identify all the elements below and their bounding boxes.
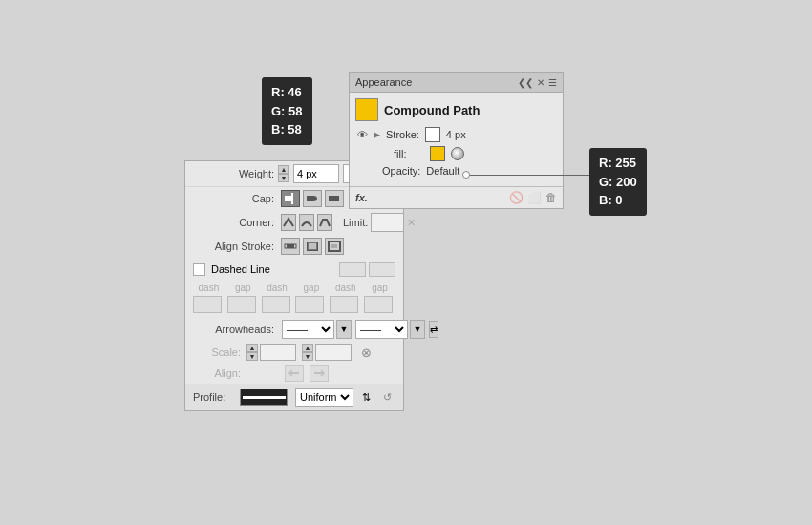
- corner-round-btn[interactable]: [299, 214, 314, 231]
- compound-path-swatch[interactable]: [355, 98, 378, 121]
- corner-row: Corner: Limit: ✕: [185, 210, 403, 235]
- profile-reset-btn[interactable]: ↺: [378, 388, 395, 406]
- profile-preview: [240, 388, 288, 406]
- delete-icon: 🗑: [545, 191, 557, 204]
- limit-input[interactable]: [371, 213, 404, 232]
- stepper-down[interactable]: ▼: [278, 174, 289, 182]
- dash-input-2[interactable]: [262, 296, 290, 313]
- svg-rect-2: [307, 196, 313, 201]
- scale1-stepper[interactable]: ▲ ▼: [246, 344, 258, 361]
- menu-icon[interactable]: ☰: [548, 77, 557, 88]
- dash-pattern-1[interactable]: [339, 262, 366, 277]
- arrowhead-end-select[interactable]: ——: [355, 320, 408, 339]
- gap-input-1[interactable]: [227, 296, 256, 313]
- expand-arrow[interactable]: ▶: [374, 130, 380, 139]
- corner-label: Corner:: [193, 217, 274, 228]
- tooltip-r: R: 46: [271, 83, 303, 102]
- svg-rect-3: [329, 196, 339, 201]
- appearance-content: Compound Path 👁 ▶ Stroke: 4 px fill: Opa…: [350, 93, 563, 186]
- dashed-checkbox[interactable]: [193, 263, 205, 276]
- stepper-up[interactable]: ▲: [278, 165, 289, 174]
- scale1-down[interactable]: ▼: [246, 352, 258, 361]
- svg-rect-8: [331, 244, 337, 248]
- tooltip-b: B: 58: [271, 120, 303, 139]
- corner-bevel-btn[interactable]: [317, 214, 332, 231]
- scale2-input[interactable]: [315, 344, 352, 361]
- color-tooltip-yellow: R: 255 G: 200 B: 0: [589, 148, 647, 216]
- scale1-up[interactable]: ▲: [246, 344, 258, 352]
- dash-pattern-2[interactable]: [369, 262, 395, 277]
- duplicate-icon: ⬜: [527, 191, 542, 204]
- arrowhead-swap-btn[interactable]: ⇄: [429, 321, 438, 338]
- svg-rect-5: [287, 244, 294, 248]
- gap-label-2: gap: [295, 283, 327, 293]
- align-outside-btn[interactable]: [325, 238, 344, 255]
- tooltip-b-yellow: B: 0: [599, 191, 637, 210]
- dashed-line-row: Dashed Line: [185, 258, 403, 281]
- dash-input-1[interactable]: [193, 296, 222, 313]
- profile-select[interactable]: Uniform: [295, 388, 353, 407]
- appearance-panel: Appearance ❮❮ ✕ ☰ Compound Path 👁 ▶ Stro…: [349, 72, 564, 209]
- arrowhead-start-select[interactable]: ——: [282, 320, 334, 339]
- align-stroke-label: Align Stroke:: [193, 241, 274, 252]
- corner-miter-btn[interactable]: [281, 214, 296, 231]
- connector-dot: [462, 171, 470, 178]
- svg-rect-0: [285, 196, 292, 201]
- dash-input-3[interactable]: [330, 296, 358, 313]
- weight-stepper[interactable]: ▲ ▼: [278, 165, 289, 182]
- align-arrow-right-btn[interactable]: [310, 365, 329, 382]
- limit-label: Limit:: [343, 217, 368, 228]
- align-inside-btn[interactable]: [303, 238, 322, 255]
- scale2-up[interactable]: ▲: [302, 344, 313, 352]
- dash-gap-grid: dash gap dash gap dash gap: [185, 281, 403, 317]
- scale2-wrap: ▲ ▼: [302, 344, 352, 361]
- tooltip-g: G: 58: [271, 102, 303, 121]
- gap-input-2[interactable]: [295, 296, 324, 313]
- fill-row: fill:: [355, 146, 557, 161]
- align-arrow-left-btn[interactable]: [285, 365, 304, 382]
- arrowheads-row: Arrowheads: —— ▼ —— ▼ ⇄: [185, 317, 403, 342]
- fx-label[interactable]: fx.: [355, 192, 368, 203]
- fill-circle-indicator: [451, 147, 464, 160]
- arrowhead-end-dropdown[interactable]: ▼: [410, 320, 425, 339]
- align-stroke-row: Align Stroke:: [185, 235, 403, 258]
- limit-close[interactable]: ✕: [407, 217, 416, 229]
- gap-input-3[interactable]: [364, 296, 393, 313]
- panel-header-icons: ❮❮ ✕ ☰: [518, 77, 557, 88]
- align-center-btn[interactable]: [281, 238, 300, 255]
- compound-path-label: Compound Path: [384, 103, 480, 117]
- weight-input[interactable]: [293, 164, 339, 183]
- profile-flip-btn[interactable]: ⇅: [357, 388, 374, 406]
- compound-path-row: Compound Path: [355, 98, 557, 121]
- cap-round-btn[interactable]: [303, 190, 322, 207]
- appearance-footer: fx. 🚫 ⬜ 🗑: [350, 186, 563, 208]
- scale1-input[interactable]: [260, 344, 296, 361]
- appearance-panel-header: Appearance ❮❮ ✕ ☰: [350, 73, 563, 93]
- eye-icon[interactable]: 👁: [357, 129, 368, 140]
- collapse-icon[interactable]: ❮❮: [518, 77, 533, 88]
- opacity-value: Default: [426, 165, 459, 177]
- fill-label: fill:: [394, 148, 424, 159]
- stroke-row: 👁 ▶ Stroke: 4 px: [355, 127, 557, 142]
- cap-square-btn[interactable]: [325, 190, 344, 207]
- scale1-wrap: ▲ ▼: [246, 344, 296, 361]
- cap-butt-btn[interactable]: [281, 190, 300, 207]
- scale-label: Scale:: [193, 346, 241, 358]
- stroke-value: 4 px: [446, 129, 466, 140]
- stroke-label: Stroke:: [386, 129, 419, 140]
- dash-label-3: dash: [330, 283, 361, 293]
- stroke-color-swatch[interactable]: [425, 127, 440, 142]
- new-art-icon: 🚫: [509, 191, 524, 204]
- dash-label-1: dash: [193, 283, 224, 293]
- close-icon[interactable]: ✕: [537, 77, 545, 88]
- scale-lock-icon: ⊗: [361, 346, 372, 360]
- fill-color-swatch[interactable]: [430, 146, 445, 161]
- arrowheads-label: Arrowheads:: [193, 324, 274, 335]
- scale-row: Scale: ▲ ▼ ▲ ▼ ⊗: [185, 342, 403, 363]
- arrowhead-start-wrap: —— ▼: [282, 320, 352, 339]
- scale2-stepper[interactable]: ▲ ▼: [302, 344, 313, 361]
- cap-label: Cap:: [193, 193, 274, 204]
- dashed-pattern-icons: [339, 262, 395, 277]
- arrowhead-start-dropdown[interactable]: ▼: [336, 320, 352, 339]
- scale2-down[interactable]: ▼: [302, 352, 313, 361]
